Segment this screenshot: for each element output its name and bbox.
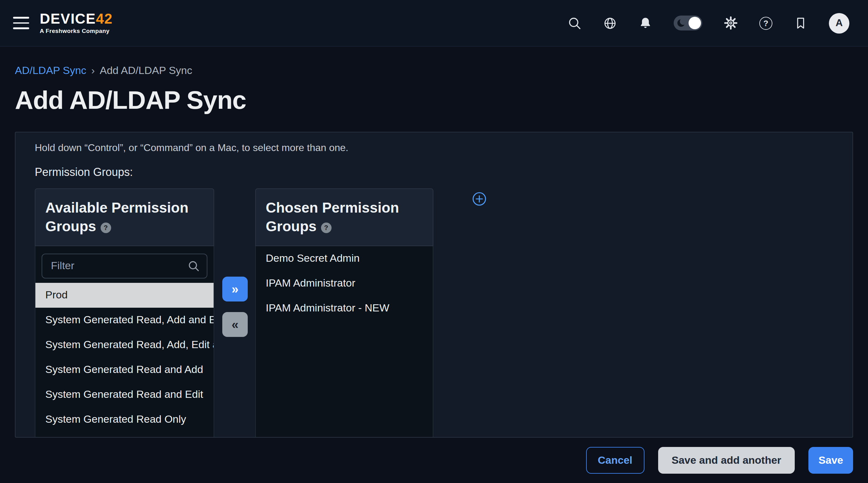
list-item[interactable]: System Generated Read, Add and Edi: [35, 308, 214, 333]
permission-groups-label: Permission Groups:: [35, 165, 852, 180]
filter-input[interactable]: [41, 254, 207, 279]
multi-select-hint: Hold down “Control”, or “Command” on a M…: [35, 141, 852, 155]
list-item[interactable]: IPAM Administrator: [256, 271, 433, 296]
chosen-panel-body: Demo Secret AdminIPAM AdministratorIPAM …: [255, 246, 433, 437]
permission-groups-selector: Available Permission Groups? ProdSystem …: [35, 188, 852, 437]
settings-gear-icon[interactable]: [723, 16, 738, 30]
available-panel-body: ProdSystem Generated Read, Add and EdiSy…: [35, 246, 214, 437]
save-button[interactable]: Save: [809, 447, 853, 474]
brand-logo[interactable]: DEVICE42 A Freshworks Company: [40, 12, 113, 34]
add-permission-group-button[interactable]: [472, 192, 487, 208]
chosen-list: Demo Secret AdminIPAM AdministratorIPAM …: [256, 246, 433, 321]
available-list: ProdSystem Generated Read, Add and EdiSy…: [35, 283, 214, 432]
chosen-panel-title: Chosen Permission Groups: [266, 200, 399, 234]
breadcrumb-parent-link[interactable]: AD/LDAP Sync: [15, 65, 86, 77]
available-help-icon[interactable]: ?: [101, 222, 111, 233]
avatar-initial: A: [835, 18, 842, 29]
brand-subtitle: A Freshworks Company: [40, 28, 113, 34]
globe-icon[interactable]: [603, 16, 617, 30]
list-item[interactable]: System Generated Read and Edit: [35, 382, 214, 407]
search-icon[interactable]: [567, 16, 582, 30]
chosen-panel: Chosen Permission Groups? Demo Secret Ad…: [255, 188, 433, 437]
list-item[interactable]: System Generated Read, Add, Edit an: [35, 333, 214, 358]
list-item[interactable]: System Generated Read and Add: [35, 358, 214, 382]
list-item[interactable]: System Generated Read Only: [35, 407, 214, 432]
top-nav: DEVICE42 A Freshworks Company: [0, 0, 868, 47]
menu-icon[interactable]: [13, 17, 29, 29]
list-item[interactable]: Demo Secret Admin: [256, 246, 433, 271]
available-panel-header: Available Permission Groups?: [35, 188, 214, 246]
dark-mode-toggle[interactable]: [674, 16, 702, 30]
form-panel: Hold down “Control”, or “Command” on a M…: [15, 132, 853, 437]
breadcrumb-current: Add AD/LDAP Sync: [100, 65, 192, 77]
user-avatar[interactable]: A: [829, 13, 849, 33]
chosen-help-icon[interactable]: ?: [321, 222, 332, 233]
save-and-add-another-button[interactable]: Save and add another: [658, 447, 795, 474]
add-icon: [472, 192, 487, 206]
breadcrumb-separator: ›: [91, 65, 95, 77]
chosen-panel-header: Chosen Permission Groups?: [255, 188, 433, 246]
move-left-button[interactable]: «: [222, 312, 248, 337]
footer-actions: Cancel Save and add another Save: [0, 437, 868, 483]
breadcrumb: AD/LDAP Sync › Add AD/LDAP Sync: [15, 65, 868, 77]
notifications-bell-icon[interactable]: [638, 16, 653, 30]
help-icon[interactable]: ?: [760, 17, 772, 30]
cancel-button[interactable]: Cancel: [586, 447, 644, 474]
moon-icon: [677, 19, 685, 27]
transfer-controls: » «: [222, 277, 248, 337]
list-item[interactable]: IPAM Administrator - NEW: [256, 296, 433, 321]
brand-text: DEVICE: [40, 11, 96, 27]
available-panel: Available Permission Groups? ProdSystem …: [35, 188, 214, 437]
available-panel-title: Available Permission Groups: [45, 200, 188, 234]
toggle-knob: [688, 17, 701, 29]
bookmark-icon[interactable]: [794, 16, 808, 30]
brand-accent-text: 42: [96, 11, 113, 27]
page-title: Add AD/LDAP Sync: [15, 86, 868, 114]
move-right-button[interactable]: »: [222, 277, 248, 302]
list-item[interactable]: Prod: [35, 283, 214, 308]
